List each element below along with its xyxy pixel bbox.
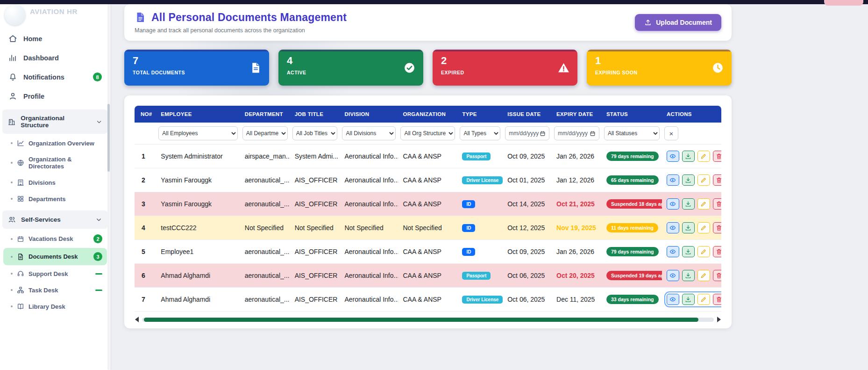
download-button[interactable] bbox=[682, 222, 695, 233]
download-button[interactable] bbox=[682, 174, 695, 186]
horizontal-scrollbar bbox=[135, 317, 721, 322]
stat-value: 7 bbox=[133, 56, 261, 66]
sidebar-item-label: Dashboard bbox=[23, 54, 59, 62]
download-icon bbox=[685, 296, 691, 303]
sidebar-item-home[interactable]: Home bbox=[0, 29, 110, 48]
eye-icon bbox=[669, 177, 676, 183]
edit-button[interactable] bbox=[697, 198, 710, 210]
row-number: 7 bbox=[135, 288, 156, 312]
count-badge: 2 bbox=[93, 234, 102, 243]
bullet-dot bbox=[11, 142, 13, 144]
edit-button[interactable] bbox=[697, 151, 710, 162]
edit-button[interactable] bbox=[697, 270, 710, 281]
sidebar-scrollbar-thumb[interactable] bbox=[107, 104, 110, 172]
type-badge: ID bbox=[462, 248, 475, 256]
row-organization: CAA & ANSP bbox=[398, 192, 457, 216]
sidebar-item-dashboard[interactable]: Dashboard bbox=[0, 48, 110, 67]
view-button[interactable] bbox=[667, 270, 679, 281]
row-actions bbox=[667, 198, 721, 210]
row-employee: Yasmin Farouggk bbox=[156, 192, 240, 216]
organization-filter[interactable]: All Org Structures bbox=[400, 126, 455, 140]
row-issue-date: Oct 09, 2025 bbox=[503, 145, 552, 168]
warning-icon bbox=[558, 62, 569, 73]
view-button[interactable] bbox=[667, 294, 679, 305]
download-icon bbox=[685, 225, 691, 231]
bullet-dot bbox=[11, 305, 13, 307]
delete-button[interactable] bbox=[713, 294, 721, 305]
sidebar-item-divisions[interactable]: Divisions bbox=[3, 174, 107, 190]
sidebar-item-departments[interactable]: Departments bbox=[3, 191, 107, 207]
edit-button[interactable] bbox=[697, 294, 710, 305]
sidebar-section-organizational-structure[interactable]: Organizational Structure bbox=[2, 109, 108, 134]
sidebar-item-notifications[interactable]: Notifications8 bbox=[0, 67, 110, 87]
sidebar-section-self-services[interactable]: Self-Services bbox=[2, 210, 108, 229]
book-icon bbox=[17, 303, 24, 310]
scrollbar-track[interactable] bbox=[142, 318, 714, 322]
expiry-date-filter[interactable]: mm/dd/yyyy bbox=[554, 126, 599, 140]
delete-button[interactable] bbox=[713, 222, 721, 233]
upload-document-button[interactable]: Upload Document bbox=[635, 14, 721, 31]
department-filter[interactable]: All Departments bbox=[242, 126, 288, 140]
employee-filter[interactable]: All Employees bbox=[158, 126, 237, 140]
row-issue-date: Oct 06, 2025 bbox=[503, 264, 552, 288]
status-badge: Suspended 18 days ago bbox=[606, 199, 662, 209]
row-issue-date: Oct 09, 2025 bbox=[503, 240, 552, 264]
scrollbar-thumb[interactable] bbox=[144, 318, 698, 322]
calendar-icon bbox=[540, 131, 546, 137]
delete-button[interactable] bbox=[713, 151, 721, 162]
download-button[interactable] bbox=[682, 246, 695, 257]
row-number: 5 bbox=[135, 240, 156, 264]
sidebar-scrollbar[interactable] bbox=[107, 0, 110, 370]
sidebar-item-support-desk[interactable]: Support Desk bbox=[3, 266, 107, 282]
status-filter[interactable]: All Statuses bbox=[604, 126, 660, 140]
stat-value: 1 bbox=[595, 56, 723, 66]
bullet-dot bbox=[11, 162, 13, 164]
download-icon bbox=[685, 177, 691, 183]
sidebar-item-organization-overview[interactable]: Organization Overview bbox=[3, 135, 107, 151]
delete-button[interactable] bbox=[713, 198, 721, 210]
division-filter[interactable]: All Divisions bbox=[342, 126, 396, 140]
download-button[interactable] bbox=[682, 151, 695, 162]
sidebar-item-profile[interactable]: Profile bbox=[0, 87, 110, 106]
view-button[interactable] bbox=[667, 198, 679, 210]
stat-label: ACTIVE bbox=[287, 70, 415, 75]
download-button[interactable] bbox=[682, 270, 695, 281]
sidebar-nav: HomeDashboardNotifications8ProfileOrgani… bbox=[0, 29, 110, 314]
type-filter[interactable]: All Types bbox=[460, 126, 500, 140]
type-badge: Driver License bbox=[462, 296, 503, 304]
sidebar-item-vacations-desk[interactable]: Vacations Desk2 bbox=[3, 230, 107, 247]
bullet-dot bbox=[11, 181, 13, 183]
scroll-right-arrow[interactable] bbox=[717, 317, 721, 322]
delete-button[interactable] bbox=[713, 270, 721, 281]
download-button[interactable] bbox=[682, 198, 695, 210]
view-button[interactable] bbox=[667, 222, 679, 233]
delete-button[interactable] bbox=[713, 174, 721, 186]
download-icon bbox=[685, 248, 691, 255]
sidebar-item-task-desk[interactable]: Task Desk bbox=[3, 282, 107, 298]
edit-button[interactable] bbox=[697, 246, 710, 257]
status-badge: 11 days remaining bbox=[606, 223, 658, 232]
edit-button[interactable] bbox=[697, 222, 710, 233]
clear-filters-button[interactable]: × bbox=[664, 126, 678, 140]
delete-button[interactable] bbox=[713, 246, 721, 257]
job-title-filter[interactable]: All Job Titles bbox=[292, 126, 338, 140]
scroll-left-arrow[interactable] bbox=[135, 317, 139, 322]
view-button[interactable] bbox=[667, 151, 679, 162]
sidebar-item-documents-desk[interactable]: Documents Desk3 bbox=[3, 248, 107, 265]
issue-date-filter[interactable]: mm/dd/yyyy bbox=[505, 126, 549, 140]
sidebar-item-label: Support Desk bbox=[28, 270, 68, 277]
row-expiry-date: Jan 26, 2026 bbox=[552, 145, 602, 168]
edit-button[interactable] bbox=[697, 174, 710, 186]
row-department: aeronautical_... bbox=[240, 168, 290, 192]
sidebar-item-label: Home bbox=[23, 35, 42, 43]
globe-icon bbox=[17, 159, 24, 167]
row-organization: CAA & ANSP bbox=[398, 168, 457, 192]
upload-icon bbox=[644, 19, 652, 26]
view-button[interactable] bbox=[667, 174, 679, 186]
download-button[interactable] bbox=[682, 294, 695, 305]
view-button[interactable] bbox=[667, 246, 679, 257]
sidebar-item-library-desk[interactable]: Library Desk bbox=[3, 298, 107, 314]
calendar-icon bbox=[17, 235, 24, 243]
sidebar-item-organization-directorates[interactable]: Organization & Directorates bbox=[3, 152, 107, 174]
sidebar-item-label: Library Desk bbox=[28, 303, 65, 310]
